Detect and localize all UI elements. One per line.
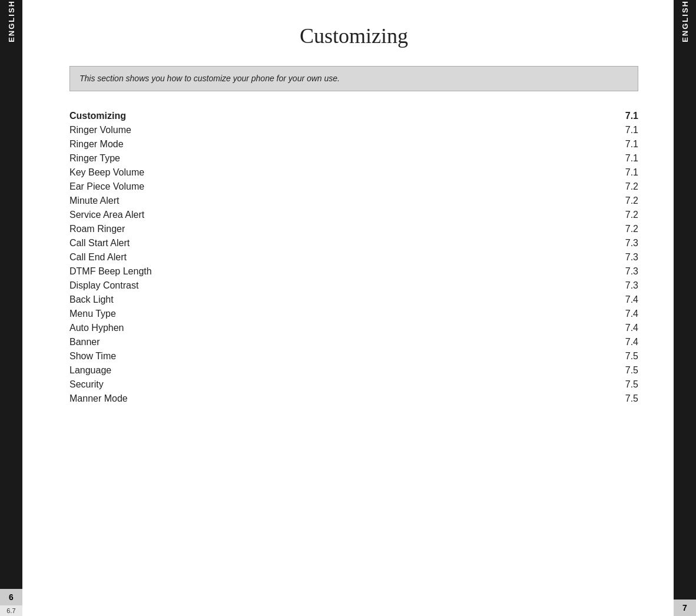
toc-heading-label: Customizing xyxy=(69,109,496,123)
toc-item-number: 7.5 xyxy=(496,349,639,363)
toc-item-label: Service Area Alert xyxy=(69,208,496,222)
toc-row: DTMF Beep Length7.3 xyxy=(69,264,638,279)
toc-item-label: Minute Alert xyxy=(69,194,496,208)
toc-item-label: Back Light xyxy=(69,293,496,307)
left-page-area: 6 6.7 xyxy=(0,589,22,616)
toc-row: Back Light7.4 xyxy=(69,293,638,307)
toc-item-label: Banner xyxy=(69,335,496,349)
toc-row: Key Beep Volume7.1 xyxy=(69,165,638,180)
toc-row: Call End Alert7.3 xyxy=(69,250,638,264)
toc-row: Ringer Mode7.1 xyxy=(69,137,638,151)
toc-row: Service Area Alert7.2 xyxy=(69,208,638,222)
toc-item-number: 7.3 xyxy=(496,264,639,279)
toc-item-label: Menu Type xyxy=(69,307,496,321)
toc-row: Display Contrast7.3 xyxy=(69,279,638,293)
toc-item-label: Show Time xyxy=(69,349,496,363)
toc-item-label: Call Start Alert xyxy=(69,236,496,250)
toc-item-label: Ringer Volume xyxy=(69,123,496,137)
toc-row: Auto Hyphen7.4 xyxy=(69,321,638,335)
toc-item-label: Display Contrast xyxy=(69,279,496,293)
page-title: Customizing xyxy=(69,24,638,48)
info-box: This section shows you how to customize … xyxy=(69,66,638,91)
main-content: Customizing This section shows you how t… xyxy=(22,0,674,616)
toc-item-number: 7.3 xyxy=(496,279,639,293)
toc-item-number: 7.2 xyxy=(496,208,639,222)
info-box-text: This section shows you how to customize … xyxy=(79,74,340,83)
toc-item-label: Key Beep Volume xyxy=(69,165,496,180)
toc-item-number: 7.1 xyxy=(496,151,639,165)
right-tab: ENGLISH xyxy=(674,0,696,616)
toc-item-number: 7.1 xyxy=(496,123,639,137)
toc-row: Call Start Alert7.3 xyxy=(69,236,638,250)
toc-row: Show Time7.5 xyxy=(69,349,638,363)
toc-item-label: Security xyxy=(69,377,496,392)
toc-item-number: 7.1 xyxy=(496,165,639,180)
toc-row: Ear Piece Volume7.2 xyxy=(69,180,638,194)
toc-table: Customizing 7.1 Ringer Volume7.1Ringer M… xyxy=(69,109,638,406)
toc-item-number: 7.3 xyxy=(496,250,639,264)
toc-heading-number: 7.1 xyxy=(496,109,639,123)
toc-row: Ringer Type7.1 xyxy=(69,151,638,165)
toc-item-number: 7.2 xyxy=(496,222,639,236)
toc-row: Roam Ringer7.2 xyxy=(69,222,638,236)
toc-item-label: Auto Hyphen xyxy=(69,321,496,335)
toc-item-number: 7.2 xyxy=(496,194,639,208)
toc-item-number: 7.4 xyxy=(496,307,639,321)
toc-item-number: 7.4 xyxy=(496,293,639,307)
toc-row: Banner7.4 xyxy=(69,335,638,349)
toc-heading-row: Customizing 7.1 xyxy=(69,109,638,123)
toc-row: Minute Alert7.2 xyxy=(69,194,638,208)
toc-item-label: Language xyxy=(69,363,496,377)
toc-item-number: 7.4 xyxy=(496,335,639,349)
toc-item-number: 7.5 xyxy=(496,363,639,377)
toc-item-label: Call End Alert xyxy=(69,250,496,264)
left-page-sub: 6.7 xyxy=(0,605,22,616)
toc-item-label: Roam Ringer xyxy=(69,222,496,236)
toc-item-label: Ringer Mode xyxy=(69,137,496,151)
left-page-number: 6 xyxy=(0,589,22,605)
toc-row: Language7.5 xyxy=(69,363,638,377)
toc-row: Menu Type7.4 xyxy=(69,307,638,321)
toc-item-number: 7.3 xyxy=(496,236,639,250)
toc-item-number: 7.4 xyxy=(496,321,639,335)
toc-item-label: Ear Piece Volume xyxy=(69,180,496,194)
left-tab: ENGLISH xyxy=(0,0,22,616)
toc-row: Ringer Volume7.1 xyxy=(69,123,638,137)
toc-item-label: Manner Mode xyxy=(69,392,496,406)
toc-item-number: 7.2 xyxy=(496,180,639,194)
toc-item-number: 7.5 xyxy=(496,392,639,406)
toc-row: Manner Mode7.5 xyxy=(69,392,638,406)
right-page-number: 7 xyxy=(674,600,696,616)
right-tab-label: ENGLISH xyxy=(681,0,690,54)
toc-item-label: DTMF Beep Length xyxy=(69,264,496,279)
toc-item-number: 7.1 xyxy=(496,137,639,151)
toc-item-label: Ringer Type xyxy=(69,151,496,165)
toc-row: Security7.5 xyxy=(69,377,638,392)
left-tab-label: ENGLISH xyxy=(7,0,16,54)
toc-item-number: 7.5 xyxy=(496,377,639,392)
